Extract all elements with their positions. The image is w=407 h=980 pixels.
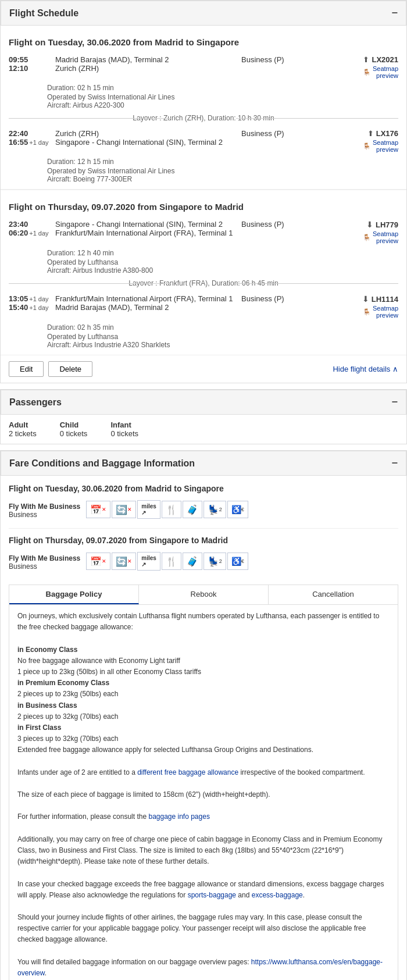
fare-title: Fare Conditions and Baggage Information	[9, 458, 195, 469]
baggage-size: The size of each piece of baggage is lim…	[17, 789, 390, 800]
flight1-seg2-arr-time: 16:55	[9, 138, 28, 147]
tab-baggage-policy[interactable]: Baggage Policy	[9, 585, 139, 604]
fare2-icon-calendar: 📅✕	[86, 553, 110, 570]
flight2-seg1-seatmap-link[interactable]: Seatmappreview	[373, 230, 398, 244]
excess-baggage-link[interactable]: excess-baggage	[252, 891, 303, 899]
flight2-seg2-class: Business (P)	[241, 294, 323, 303]
flight1-seg2-seatmap-link[interactable]: Seatmappreview	[373, 139, 398, 153]
flight-schedule-header[interactable]: Flight Schedule −	[1, 1, 406, 26]
flight2-seg1-arr-airport: Frankfurt/Main International Airport (FR…	[55, 229, 241, 237]
baggage-overview-link[interactable]: https://www.lufthansa.com/es/en/baggage-…	[17, 958, 383, 977]
fare2-icon-exchange: 🔄✕	[112, 553, 136, 570]
flight1-seg1-dep-airport: Madrid Barajas (MAD), Terminal 2	[55, 55, 241, 64]
fare2-icon-miles: miles↗	[137, 552, 160, 571]
flight1-seg1-arr-time: 12:10	[9, 64, 49, 73]
fare-icon-seat: 💺2	[204, 501, 226, 518]
delete-button[interactable]: Delete	[48, 361, 92, 377]
fare-flight1-row: Fly With Me Business Business 📅✕ 🔄✕ mile…	[9, 496, 398, 528]
baggage-premium-header: in Premium Economy Class	[17, 678, 390, 689]
passengers-header[interactable]: Passengers −	[1, 390, 406, 415]
flight-schedule-toggle[interactable]: −	[391, 7, 398, 19]
sports-baggage-link[interactable]: sports-baggage	[188, 891, 236, 899]
flight1-seg1-seatmap-link[interactable]: Seatmappreview	[373, 65, 398, 79]
fare-tabs: Baggage Policy Rebook Cancellation	[9, 585, 398, 605]
baggage-overview-link-text: You will find detailed baggage informati…	[17, 957, 390, 979]
up-arrow2-icon: ⬆	[367, 129, 374, 138]
flight2-seg2-airports: Frankfurt/Main International Airport (FR…	[49, 294, 241, 312]
baggage-economy-line2: 1 piece up to 23kg (50lbs) in all other …	[17, 667, 390, 678]
tab-rebook[interactable]: Rebook	[139, 585, 269, 604]
fare-flight2-row: Fly With Me Business Business 📅✕ 🔄✕ mile…	[9, 547, 398, 580]
flight1-seg2-flightnum: LX176	[376, 129, 398, 138]
fare-flight1-name: Fly With Me Business Business	[9, 503, 80, 519]
seatmap2-icon: 🪑	[363, 142, 371, 150]
flight1-seg2-times: 22:40 16:55 +1 day	[9, 129, 49, 147]
seatmap3-icon: 🪑	[363, 234, 371, 241]
fare-flight1-class: Business	[9, 511, 80, 519]
flight2-seg2-dep-airport: Frankfurt/Main International Airport (FR…	[55, 294, 241, 303]
child-label: Child	[60, 420, 79, 429]
flight2-seg1-operated: Operated by Lufthansa Aircraft: Airbus I…	[1, 258, 406, 276]
flight2-seg2-dep-time: 13:05	[9, 294, 28, 303]
flight2-seg1-dep-airport: Singapore - Changi International (SIN), …	[55, 220, 241, 229]
flight2-seg1-operated-text: Operated by Lufthansa	[47, 258, 398, 266]
lh-arrow1-icon: ⬇	[366, 220, 373, 229]
flight1-seg2-dep-time: 22:40	[9, 129, 49, 138]
baggage-intro: On journeys, which exclusively contain L…	[17, 611, 390, 633]
flight2-seg2-flightnum-col: ⬇ LH1114 🪑 Seatmappreview	[323, 294, 398, 319]
fare-flight1-icons: 📅✕ 🔄✕ miles↗ 🍴 🧳 💺2 ♿€	[86, 500, 249, 519]
fare-toggle[interactable]: −	[391, 457, 398, 469]
baggage-first-header: in First Class	[17, 722, 390, 733]
actions-left: Edit Delete	[9, 361, 92, 377]
flight2-seg1-class: Business (P)	[241, 220, 323, 229]
flight1-seg2-operated: Operated by Swiss International Air Line…	[1, 167, 406, 184]
hide-details-link[interactable]: Hide flight details ∧	[333, 365, 398, 373]
baggage-policy-content: On journeys, which exclusively contain L…	[9, 605, 398, 980]
fare-flight2-block: Flight on Thursday, 09.07.2020 from Sing…	[9, 528, 398, 580]
seatmap4-icon: 🪑	[363, 308, 371, 316]
flight2-seg2-seatmap-link[interactable]: Seatmappreview	[373, 305, 398, 319]
up-arrow-icon: ⬆	[363, 55, 369, 64]
flight2-seg2-duration: Duration: 02 h 35 min	[1, 322, 406, 333]
baggage-cabin: Additionally, you may carry on free of c…	[17, 834, 390, 868]
baggage-business-line1: 2 pieces up to 32kg (70lbs) each	[17, 711, 390, 722]
child-value: 0 tickets	[60, 429, 88, 438]
flight2-seg2-dep-offset: +1 day	[29, 295, 48, 302]
flight1-segment1-row: 09:55 12:10 Madrid Barajas (MAD), Termin…	[1, 52, 406, 83]
passengers-title: Passengers	[9, 397, 62, 408]
flight1-block: Flight on Tuesday, 30.06.2020 from Madri…	[1, 26, 406, 189]
fare-header[interactable]: Fare Conditions and Baggage Information …	[1, 451, 406, 476]
fare-flight2-name: Fly With Me Business Business	[9, 554, 80, 571]
flight-schedule-title: Flight Schedule	[9, 8, 78, 19]
baggage-extended: Extended free baggage allowance apply fo…	[17, 744, 390, 756]
flight1-seg2-arr-offset: +1 day	[29, 139, 48, 146]
fare-section: Fare Conditions and Baggage Information …	[0, 450, 407, 980]
tab-cancellation[interactable]: Cancellation	[269, 585, 398, 604]
flight1-seg2-arr-airport: Singapore - Changi International (SIN), …	[55, 138, 241, 147]
fare-icon-calendar: 📅✕	[86, 501, 110, 518]
different-allowance-link[interactable]: different free baggage allowance	[137, 768, 238, 776]
flight2-seg1-flightnum-col: ⬇ LH779 🪑 Seatmappreview	[323, 220, 398, 244]
fare-flight1-title: Flight on Tuesday, 30.06.2020 from Madri…	[9, 479, 398, 496]
passengers-body: Adult 2 tickets Child 0 tickets Infant 0…	[1, 415, 406, 444]
flight1-seg2-aircraft: Aircraft: Boeing 777-300ER	[47, 175, 398, 183]
flight1-seg2-flightnum-col: ⬆ LX176 🪑 Seatmappreview	[323, 129, 398, 153]
flight1-seg1-flightnum-col: ⬆ LX2021 🪑 Seatmappreview	[323, 55, 398, 79]
passengers-toggle[interactable]: −	[391, 396, 398, 408]
fare-icon-accessibility: ♿€	[227, 501, 248, 518]
fare2-icon-accessibility: ♿€	[227, 553, 248, 570]
flight2-segment1-row: 23:40 06:20 +1 day Singapore - Changi In…	[1, 216, 406, 248]
flight2-seg1-airports: Singapore - Changi International (SIN), …	[49, 220, 241, 237]
flight2-seg2-operated-text: Operated by Lufthansa	[47, 333, 398, 341]
fare-icon-meal: 🍴	[162, 501, 181, 518]
flight1-seg1-duration: Duration: 02 h 15 min	[1, 83, 406, 93]
flight1-segment2-row: 22:40 16:55 +1 day Zurich (ZRH) Singapor…	[1, 126, 406, 156]
edit-button[interactable]: Edit	[9, 361, 44, 377]
infant-type: Infant 0 tickets	[110, 420, 138, 438]
flight2-block: Flight on Thursday, 09.07.2020 from Sing…	[1, 190, 406, 355]
flight2-seg1-duration: Duration: 12 h 40 min	[1, 248, 406, 258]
fare-flight2-title: Flight on Thursday, 09.07.2020 from Sing…	[9, 531, 398, 547]
baggage-info-link[interactable]: baggage info pages	[148, 812, 209, 821]
baggage-economy-header: in Economy Class	[17, 644, 390, 655]
baggage-further-info: For further information, please consult …	[17, 811, 390, 822]
